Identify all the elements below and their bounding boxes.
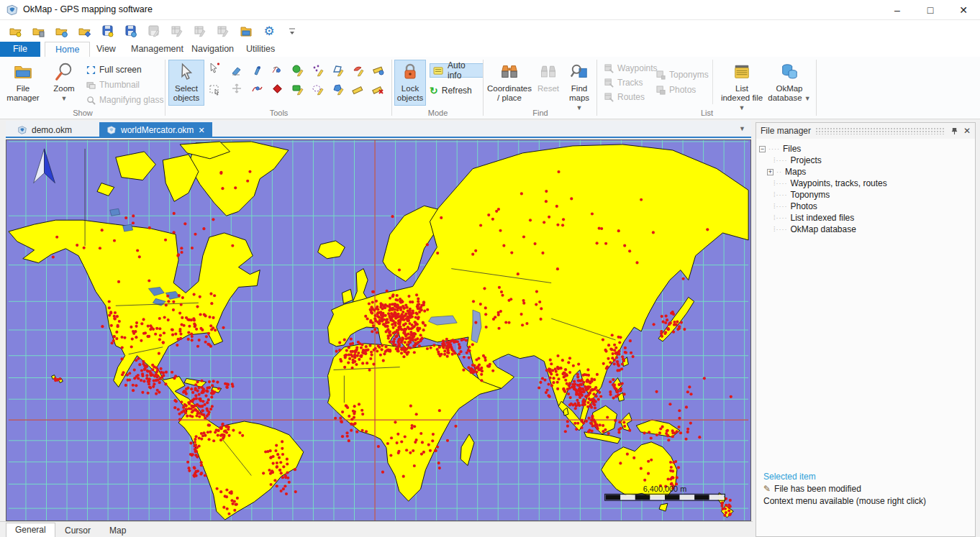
overflow-icon[interactable] <box>283 22 301 40</box>
auto-info-icon <box>433 66 444 75</box>
tree-item-toponyms[interactable]: ⁞····Toponyms <box>759 189 887 201</box>
pencil-icon: ✎ <box>763 484 771 494</box>
tab-view[interactable]: View <box>86 42 126 57</box>
zoom-button[interactable]: Zoom▼ <box>46 60 82 106</box>
tree-item-waypoints[interactable]: ⁞····Waypoints, tracks, routes <box>759 178 887 189</box>
move-point-icon[interactable] <box>230 83 245 96</box>
reset-button: Reset <box>534 60 563 106</box>
collapse-icon[interactable]: − <box>759 146 766 152</box>
draw-rectangle-icon[interactable] <box>290 83 306 96</box>
coordinates-place-button[interactable]: Coordinates / place <box>486 60 532 106</box>
ribbon: File manager Zoom▼ Full screen Thumbnail… <box>0 57 980 119</box>
maximize-button[interactable]: □ <box>914 0 947 20</box>
close-button[interactable]: ✕ <box>947 0 980 20</box>
map-canvas[interactable]: 6,400,000 m <box>6 139 751 521</box>
file-tree: −···· Files ⁞····Projects +·· Maps ⁞····… <box>759 143 887 235</box>
indexed-file-icon <box>720 60 763 83</box>
grid-disabled-1-icon[interactable] <box>168 22 186 40</box>
panel-close-icon[interactable]: ✕ <box>963 126 971 136</box>
pin-icon[interactable] <box>951 127 958 135</box>
magnifying-glass-button: Magnifying glass <box>86 93 163 107</box>
grid-disabled-3-icon[interactable] <box>214 22 232 40</box>
select-rectangle-icon[interactable] <box>207 83 223 96</box>
doc-tab-demo[interactable]: demo.okm <box>10 122 79 138</box>
routes-button: Routes <box>604 90 645 104</box>
refresh-button[interactable]: ↻ Refresh <box>430 83 472 98</box>
database-icon <box>768 60 811 83</box>
okmap-database-button[interactable]: OkMap database ▼ <box>767 60 812 106</box>
panel-header: File manager ✕ <box>756 123 975 139</box>
draw-point-icon[interactable] <box>270 83 286 96</box>
split-track-icon[interactable] <box>270 64 286 78</box>
chevron-down-icon: ▼ <box>804 95 811 102</box>
draw-arc-icon[interactable] <box>350 64 366 78</box>
doc-tab-worldmercator[interactable]: worldMercator.okm ✕ <box>99 122 212 138</box>
grid-disabled-2-icon[interactable] <box>191 22 209 40</box>
auto-info-button[interactable]: Auto info <box>430 63 484 78</box>
list-indexed-file-button[interactable]: List indexed file ▼ <box>720 60 764 106</box>
panel-info: Selected item ✎File has been modified Co… <box>763 471 969 508</box>
open-vector-icon[interactable] <box>76 22 94 40</box>
expand-icon[interactable]: + <box>767 169 773 175</box>
file-manager-button[interactable]: File manager <box>3 60 43 106</box>
measure-ruler-icon[interactable] <box>350 83 366 96</box>
save-project-icon[interactable] <box>99 22 117 40</box>
tracks-button: Tracks <box>604 75 643 90</box>
minimize-button[interactable]: – <box>881 0 914 20</box>
draw-shape-icon[interactable] <box>330 83 346 96</box>
context-menu-hint: Context menu available (mouse right clic… <box>763 495 969 508</box>
tree-item-list-indexed[interactable]: ⁞····List indexed files <box>759 212 887 224</box>
tree-item-photos[interactable]: ⁞····Photos <box>759 201 887 212</box>
save-disabled-icon[interactable] <box>145 22 163 40</box>
panel-title: File manager <box>761 126 815 136</box>
draw-eraser-icon[interactable] <box>230 64 245 78</box>
tab-home[interactable]: Home <box>45 42 90 57</box>
tab-file[interactable]: File <box>0 42 40 57</box>
open-project-icon[interactable] <box>7 22 24 40</box>
draw-waypoint-icon[interactable] <box>250 64 266 78</box>
find-maps-button[interactable]: Find maps ▼ <box>564 60 594 106</box>
thumbnail-icon <box>86 81 96 90</box>
select-objects-button[interactable]: Select objects <box>168 60 204 106</box>
tree-item-okmap-database[interactable]: ⁞····OkMap database <box>759 224 887 235</box>
tab-utilities[interactable]: Utilities <box>236 42 285 57</box>
tracks-list-icon <box>604 78 614 88</box>
edit-track-icon[interactable] <box>250 83 266 96</box>
settings-gear-icon[interactable]: ⚙ <box>260 22 278 40</box>
full-screen-button[interactable]: Full screen <box>86 63 142 77</box>
window-title: OkMap - GPS mapping software <box>23 4 153 14</box>
toponyms-button: Toponyms <box>656 68 709 82</box>
measure-area-icon[interactable] <box>371 64 386 78</box>
measure-delete-icon[interactable] <box>371 83 386 96</box>
select-add-icon[interactable] <box>207 61 223 75</box>
tree-item-maps[interactable]: +·· Maps <box>759 166 887 178</box>
tree-item-projects[interactable]: ⁞····Projects <box>759 155 887 166</box>
tab-list-chevron-icon[interactable]: ▼ <box>739 125 745 132</box>
okmap-doc-icon <box>106 125 117 135</box>
okmap-doc-icon <box>17 125 27 135</box>
ribbon-group-find: Coordinates / place Reset Find maps ▼ Fi… <box>484 57 597 119</box>
draw-polygon-icon[interactable] <box>330 64 346 78</box>
draw-multipoint-icon[interactable] <box>310 64 326 78</box>
status-tab-general[interactable]: General <box>6 523 55 537</box>
status-tab-cursor[interactable]: Cursor <box>56 524 99 537</box>
ribbon-group-list: Waypoints Tracks Routes Toponyms Photos … <box>597 57 817 119</box>
title-bar: OkMap - GPS mapping software – □ ✕ <box>0 0 980 20</box>
open-web-icon[interactable] <box>53 22 71 40</box>
tab-navigation[interactable]: Navigation <box>181 42 244 57</box>
toponyms-list-icon <box>656 70 666 80</box>
photos-button: Photos <box>656 83 696 97</box>
status-tab-map[interactable]: Map <box>101 524 135 537</box>
save-web-icon[interactable] <box>122 22 140 40</box>
tree-item-files[interactable]: −···· Files <box>759 143 887 155</box>
routes-list-icon <box>604 93 614 102</box>
map-scale-label: 6,400,000 m <box>643 485 687 493</box>
draw-ellipse-icon[interactable] <box>310 83 326 96</box>
lock-objects-button[interactable]: Lock objects <box>394 60 426 106</box>
modified-text: File has been modified <box>774 484 861 494</box>
status-tab-bar: General Cursor Map <box>0 521 753 537</box>
open-computer-icon[interactable] <box>30 22 47 40</box>
folder-icon[interactable] <box>237 22 255 40</box>
draw-circle-icon[interactable] <box>290 64 306 78</box>
close-tab-icon[interactable]: ✕ <box>198 126 204 135</box>
